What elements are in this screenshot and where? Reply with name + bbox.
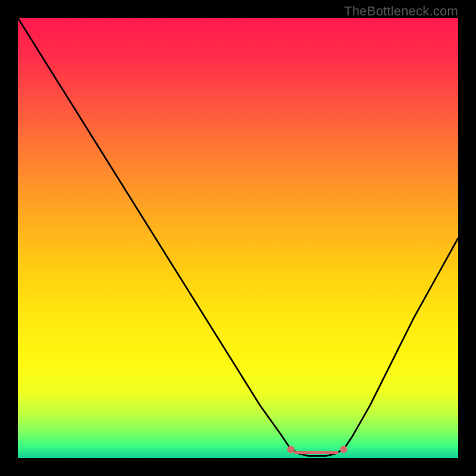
- plot-area: [18, 18, 458, 458]
- chart-container: TheBottleneck.com: [0, 0, 476, 476]
- valley-marker-right: [340, 446, 347, 453]
- valley-marker-left: [287, 446, 295, 453]
- curve-path: [18, 18, 458, 456]
- bottleneck-curve: [18, 18, 458, 458]
- watermark-text: TheBottleneck.com: [344, 4, 458, 19]
